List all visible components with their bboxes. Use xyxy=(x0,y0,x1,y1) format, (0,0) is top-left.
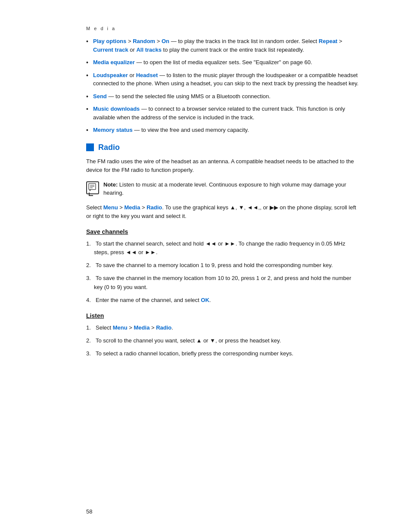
save-channels-item-4: 4. Enter the name of the channel, and se… xyxy=(86,296,359,305)
note-svg-icon xyxy=(88,183,97,193)
note-box: Note: Listen to music at a moderate leve… xyxy=(86,180,359,197)
text-send: — to send the selected file using MMS or… xyxy=(107,93,271,100)
save-channels-text-3: To save the channel in the memory locati… xyxy=(94,275,351,290)
listen-text-1-before: Select xyxy=(94,324,113,331)
link-play-options: Play options xyxy=(93,38,126,44)
link-headset: Headset xyxy=(136,72,158,78)
text-play-1: — to play the tracks in the track list i… xyxy=(169,38,319,44)
bullet-list: Play options > Random > On — to play the… xyxy=(86,37,359,134)
note-label: Note: xyxy=(103,181,118,188)
link-send: Send xyxy=(93,93,107,100)
text-arrow-1: > xyxy=(126,38,133,44)
link-media-equalizer: Media equalizer xyxy=(93,59,135,65)
save-channels-num-2: 2. xyxy=(86,261,91,270)
listen-title: Listen xyxy=(86,312,359,319)
listen-list: 1. Select Menu > Media > Radio. 2. To sc… xyxy=(86,324,359,358)
link-listen-media: Media xyxy=(134,324,150,331)
graphical-keys-icons: ▲, ▼, ◄◄, xyxy=(230,204,260,211)
save-channels-title: Save channels xyxy=(86,228,359,235)
list-item-play-options: Play options > Random > On — to play the… xyxy=(86,37,359,54)
save-channels-text-4-after: . xyxy=(209,297,211,303)
link-ok: OK xyxy=(201,297,209,303)
save-channels-text-4-before: Enter the name of the channel, and selec… xyxy=(94,297,201,303)
listen-item-3: 3. To select a radio channel location, b… xyxy=(86,349,359,358)
select-text-1: Select xyxy=(86,204,103,211)
link-music-downloads: Music downloads xyxy=(93,106,140,112)
save-channels-num-4: 4. xyxy=(86,296,91,305)
note-icon xyxy=(86,181,99,194)
select-radio-text: Select Menu > Media > Radio. To use the … xyxy=(86,203,359,221)
link-repeat: Repeat xyxy=(319,38,337,44)
select-text-5: , or xyxy=(260,204,269,211)
page-number: 58 xyxy=(86,508,92,515)
select-text-2: > xyxy=(118,204,125,211)
blue-square-icon xyxy=(86,143,94,151)
list-item-memory-status: Memory status — to view the free and use… xyxy=(86,126,359,134)
listen-item-1: 1. Select Menu > Media > Radio. xyxy=(86,324,359,332)
link-memory-status: Memory status xyxy=(93,127,133,133)
link-on: On xyxy=(162,38,169,44)
link-listen-radio: Radio xyxy=(156,324,171,331)
link-all-tracks: All tracks xyxy=(136,47,162,53)
section-label: M e d i a xyxy=(86,26,359,31)
listen-text-1-mid2: > xyxy=(149,324,156,331)
listen-num-1: 1. xyxy=(86,324,91,332)
list-item-media-equalizer: Media equalizer — to open the list of me… xyxy=(86,58,359,67)
list-item-loudspeaker: Loudspeaker or Headset — to listen to th… xyxy=(86,71,359,88)
listen-text-1-mid1: > xyxy=(128,324,134,331)
radio-body-text: The FM radio uses the wire of the headse… xyxy=(86,157,359,174)
select-text-4: . To use the graphical keys xyxy=(162,204,230,211)
save-channels-num-1: 1. xyxy=(86,240,91,248)
listen-text-2: To scroll to the channel you want, selec… xyxy=(94,337,281,344)
save-channels-item-2: 2. To save the channel to a memory locat… xyxy=(86,261,359,270)
text-play-4: to play the current track or the entire … xyxy=(162,47,304,53)
link-radio: Radio xyxy=(146,204,162,211)
save-channels-item-3: 3. To save the channel in the memory loc… xyxy=(86,274,359,291)
save-channels-list: 1. To start the channel search, select a… xyxy=(86,240,359,305)
text-arrow-2: > xyxy=(155,38,162,44)
save-channels-num-3: 3. xyxy=(86,274,91,283)
save-channels-item-1: 1. To start the channel search, select a… xyxy=(86,240,359,257)
radio-section-header: Radio xyxy=(86,143,359,152)
save-channels-text-2: To save the channel to a memory location… xyxy=(94,262,333,268)
link-random: Random xyxy=(133,38,155,44)
link-listen-menu: Menu xyxy=(113,324,128,331)
listen-item-2: 2. To scroll to the channel you want, se… xyxy=(86,336,359,345)
text-play-2: > xyxy=(337,38,342,44)
note-content: Listen to music at a moderate level. Con… xyxy=(103,181,346,196)
link-current-track: Current track xyxy=(93,47,128,53)
listen-num-2: 2. xyxy=(86,336,91,345)
icon-forward: ▶▶ xyxy=(270,204,278,211)
select-text-3: > xyxy=(140,204,146,211)
radio-section-title: Radio xyxy=(98,143,120,152)
listen-text-1-after: . xyxy=(171,324,173,331)
list-item-send: Send — to send the selected file using M… xyxy=(86,92,359,101)
text-memory-status: — to view the free and used memory capac… xyxy=(133,127,249,133)
listen-text-3: To select a radio channel location, brie… xyxy=(94,350,293,357)
list-item-music-downloads: Music downloads — to connect to a browse… xyxy=(86,105,359,121)
page-container: M e d i a Play options > Random > On — t… xyxy=(0,0,411,532)
note-text: Note: Listen to music at a moderate leve… xyxy=(103,180,359,197)
text-equalizer: — to open the list of media equalizer se… xyxy=(135,59,312,65)
text-play-3: or xyxy=(128,47,137,53)
text-or: or xyxy=(128,72,136,78)
listen-num-3: 3. xyxy=(86,349,91,358)
link-loudspeaker: Loudspeaker xyxy=(93,72,128,78)
save-channels-text-1: To start the channel search, select and … xyxy=(94,240,345,255)
link-menu: Menu xyxy=(103,204,118,211)
link-media: Media xyxy=(125,204,140,211)
